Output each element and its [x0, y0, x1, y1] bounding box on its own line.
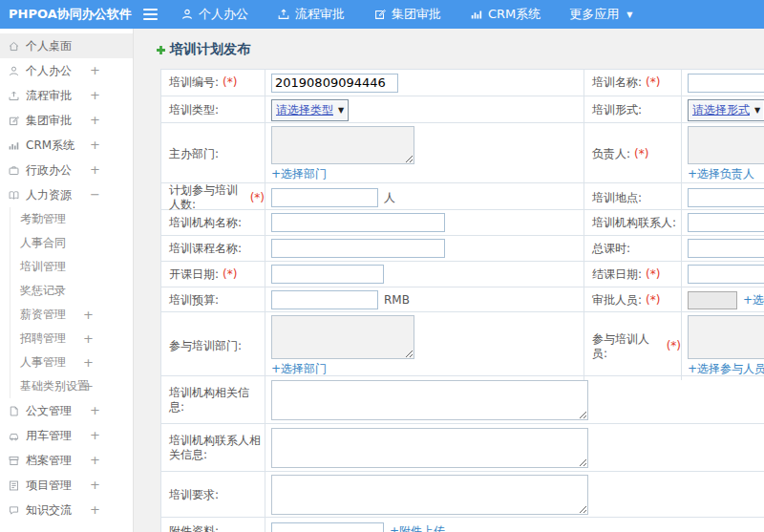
budget-input[interactable]: [271, 290, 378, 309]
user-icon: [180, 8, 194, 21]
org-contact-info-textarea[interactable]: [271, 428, 588, 468]
training-form-select[interactable]: 请选择形式 ▼: [688, 99, 764, 121]
sidebar-item-hr[interactable]: 人力资源 −: [0, 182, 133, 207]
unit-suffix: 人: [384, 190, 395, 206]
expand-plus[interactable]: +: [83, 327, 94, 351]
expand-plus[interactable]: +: [90, 473, 100, 498]
field-label: 培训机构联系人:: [584, 210, 682, 235]
sidebar-item-official-doc[interactable]: 公文管理 +: [0, 398, 133, 423]
caret-down-icon: ▼: [626, 11, 632, 19]
edit-icon: [8, 115, 20, 127]
select-dept-link[interactable]: +选择部门: [271, 166, 327, 182]
training-name-input[interactable]: [688, 74, 764, 93]
required-mark: (*): [667, 339, 681, 353]
form-row: 开课日期:(*) 结课日期:(*): [161, 262, 764, 287]
expand-plus[interactable]: +: [90, 423, 100, 448]
course-name-input[interactable]: [271, 239, 445, 258]
nav-personal-office[interactable]: 个人办公: [166, 0, 263, 29]
expand-plus[interactable]: +: [90, 133, 100, 158]
field-label: 培训预算:: [161, 287, 265, 312]
expand-plus[interactable]: +: [90, 398, 100, 423]
home-icon: [8, 40, 20, 53]
sidebar-item-personal-office[interactable]: 个人办公 +: [0, 58, 133, 83]
training-req-textarea[interactable]: [271, 475, 588, 515]
field-label: 培训课程名称:: [161, 236, 265, 261]
sidebar-item-knowledge[interactable]: 知识交流 +: [0, 498, 133, 522]
org-info-textarea[interactable]: [271, 380, 588, 420]
field-label: 附件资料:: [161, 518, 265, 532]
sidebar-item-archive[interactable]: 档案管理 +: [0, 448, 133, 473]
sidebar-subitem-training[interactable]: 培训管理: [11, 255, 133, 279]
sidebar-subitem-base-category[interactable]: 基础类别设置+: [11, 374, 133, 398]
sidebar-item-group-approval[interactable]: 集团审批 +: [0, 108, 133, 133]
form-row: 培训要求:: [161, 472, 764, 518]
form-row: 培训机构名称: 培训机构联系人:: [161, 210, 764, 236]
join-dept-textarea[interactable]: [271, 315, 414, 359]
select-approver-link[interactable]: +选择审批人员: [743, 292, 764, 309]
expand-plus[interactable]: +: [83, 374, 94, 398]
nav-group-approval[interactable]: 集团审批: [359, 0, 456, 29]
attachment-input[interactable]: [271, 522, 384, 532]
briefcase-icon: [8, 164, 20, 177]
upload-icon: [277, 8, 290, 21]
document-icon: [8, 405, 20, 417]
planned-count-input[interactable]: [271, 188, 378, 207]
expand-plus[interactable]: +: [90, 108, 100, 133]
sidebar-subitem-hr-contract[interactable]: 人事合同: [11, 231, 133, 255]
attachment-upload-link[interactable]: +附件上传: [390, 523, 445, 532]
sidebar-item-workflow-approval[interactable]: 流程审批 +: [0, 83, 133, 108]
bar-chart-icon: [470, 8, 483, 21]
approver-input[interactable]: [688, 291, 737, 309]
nav-workflow-approval[interactable]: 流程审批: [263, 0, 359, 29]
expand-minus[interactable]: −: [90, 182, 100, 207]
expand-plus[interactable]: +: [90, 83, 100, 108]
org-contact-input[interactable]: [688, 213, 764, 232]
required-mark: (*): [646, 293, 660, 308]
sidebar-subitem-personnel[interactable]: 人事管理+: [11, 351, 133, 374]
expand-plus[interactable]: +: [90, 498, 100, 522]
sidebar-subitem-reward-punish[interactable]: 奖惩记录: [11, 279, 133, 303]
sidebar-item-vehicle[interactable]: 用车管理 +: [0, 423, 133, 448]
field-label: 培训机构名称:: [161, 210, 265, 235]
select-participants-link[interactable]: +选择参与人员: [688, 361, 764, 377]
sidebar-subitem-attendance[interactable]: 考勤管理: [11, 207, 133, 231]
expand-plus[interactable]: +: [83, 351, 94, 374]
end-date-input[interactable]: [688, 265, 764, 284]
form-row: 培训机构相关信息:: [161, 376, 764, 424]
sidebar-item-admin-office[interactable]: 行政办公 +: [0, 158, 133, 182]
sidebar-item-crm[interactable]: CRM系统 +: [0, 133, 133, 158]
top-nav: 个人办公 流程审批 集团审批 CRM系统 更多应用 ▼: [166, 0, 647, 29]
start-date-input[interactable]: [271, 265, 384, 284]
org-name-input[interactable]: [271, 213, 445, 232]
expand-plus[interactable]: +: [83, 303, 94, 327]
sidebar: 个人桌面 个人办公 + 流程审批 + 集团审批 + CRM系统 + 行政办公 +…: [0, 29, 134, 532]
select-dept-link[interactable]: +选择部门: [271, 361, 327, 377]
select-leader-link[interactable]: +选择负责人: [688, 166, 754, 182]
expand-plus[interactable]: +: [90, 448, 100, 473]
expand-plus[interactable]: +: [90, 58, 100, 83]
sidebar-item-personal-desktop[interactable]: 个人桌面: [0, 33, 133, 58]
menu-toggle-icon[interactable]: [134, 9, 166, 20]
car-icon: [8, 430, 20, 442]
training-type-select[interactable]: 请选择类型 ▼: [271, 99, 349, 121]
app-logo: PHPOA协同办公软件: [0, 6, 134, 23]
training-no-input[interactable]: [271, 74, 398, 93]
leader-textarea[interactable]: [688, 126, 764, 164]
location-input[interactable]: [688, 188, 764, 207]
total-hours-input[interactable]: [688, 239, 764, 258]
form-row: 参与培训部门: +选择部门 参与培训人员:(*) +选择参与人员: [161, 312, 764, 376]
field-label: 培训地点:: [584, 183, 682, 212]
join-people-textarea[interactable]: [688, 315, 764, 359]
bar-chart-icon: [8, 139, 20, 152]
sidebar-item-project[interactable]: 项目管理 +: [0, 473, 133, 498]
field-label: 培训编号:(*): [161, 70, 265, 96]
field-label: 参与培训人员:(*): [584, 312, 682, 380]
expand-plus[interactable]: +: [90, 158, 100, 182]
sidebar-subitem-salary[interactable]: 薪资管理+: [11, 303, 133, 327]
training-plan-form: 培训编号:(*) 培训名称:(*) 培训类型: 请选择类型 ▼ 培训形式: 请选…: [160, 69, 764, 532]
sidebar-subitem-recruit[interactable]: 招聘管理+: [11, 327, 133, 351]
chat-icon: [8, 504, 20, 517]
nav-crm-system[interactable]: CRM系统: [456, 0, 555, 29]
nav-more-apps[interactable]: 更多应用 ▼: [555, 0, 647, 29]
host-dept-textarea[interactable]: [271, 126, 414, 164]
